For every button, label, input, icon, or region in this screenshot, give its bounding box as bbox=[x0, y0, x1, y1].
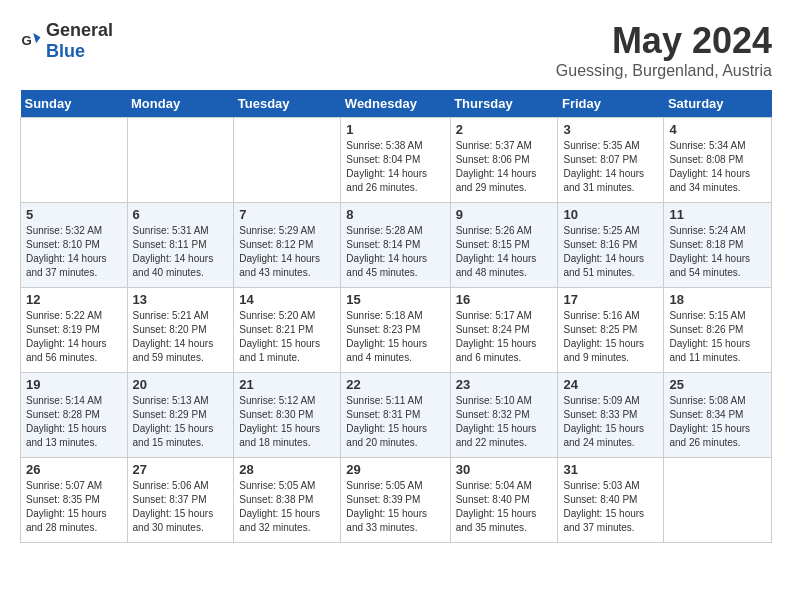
day-info: Sunrise: 5:03 AM Sunset: 8:40 PM Dayligh… bbox=[563, 479, 658, 535]
day-number: 28 bbox=[239, 462, 335, 477]
day-info: Sunrise: 5:11 AM Sunset: 8:31 PM Dayligh… bbox=[346, 394, 444, 450]
calendar-cell: 19Sunrise: 5:14 AM Sunset: 8:28 PM Dayli… bbox=[21, 373, 128, 458]
calendar-cell: 28Sunrise: 5:05 AM Sunset: 8:38 PM Dayli… bbox=[234, 458, 341, 543]
page-header: G General Blue May 2024 Guessing, Burgen… bbox=[20, 20, 772, 80]
calendar-cell: 27Sunrise: 5:06 AM Sunset: 8:37 PM Dayli… bbox=[127, 458, 234, 543]
calendar-cell: 2Sunrise: 5:37 AM Sunset: 8:06 PM Daylig… bbox=[450, 118, 558, 203]
day-info: Sunrise: 5:07 AM Sunset: 8:35 PM Dayligh… bbox=[26, 479, 122, 535]
calendar-cell: 25Sunrise: 5:08 AM Sunset: 8:34 PM Dayli… bbox=[664, 373, 772, 458]
calendar-cell: 31Sunrise: 5:03 AM Sunset: 8:40 PM Dayli… bbox=[558, 458, 664, 543]
calendar-week-row: 26Sunrise: 5:07 AM Sunset: 8:35 PM Dayli… bbox=[21, 458, 772, 543]
calendar-cell: 11Sunrise: 5:24 AM Sunset: 8:18 PM Dayli… bbox=[664, 203, 772, 288]
day-number: 19 bbox=[26, 377, 122, 392]
day-number: 13 bbox=[133, 292, 229, 307]
day-number: 2 bbox=[456, 122, 553, 137]
day-number: 22 bbox=[346, 377, 444, 392]
calendar-cell: 5Sunrise: 5:32 AM Sunset: 8:10 PM Daylig… bbox=[21, 203, 128, 288]
day-info: Sunrise: 5:08 AM Sunset: 8:34 PM Dayligh… bbox=[669, 394, 766, 450]
day-number: 10 bbox=[563, 207, 658, 222]
calendar-cell: 6Sunrise: 5:31 AM Sunset: 8:11 PM Daylig… bbox=[127, 203, 234, 288]
calendar-week-row: 5Sunrise: 5:32 AM Sunset: 8:10 PM Daylig… bbox=[21, 203, 772, 288]
calendar-cell: 18Sunrise: 5:15 AM Sunset: 8:26 PM Dayli… bbox=[664, 288, 772, 373]
day-info: Sunrise: 5:26 AM Sunset: 8:15 PM Dayligh… bbox=[456, 224, 553, 280]
logo-general: General bbox=[46, 20, 113, 40]
title-block: May 2024 Guessing, Burgenland, Austria bbox=[556, 20, 772, 80]
calendar-cell: 23Sunrise: 5:10 AM Sunset: 8:32 PM Dayli… bbox=[450, 373, 558, 458]
day-number: 24 bbox=[563, 377, 658, 392]
day-number: 9 bbox=[456, 207, 553, 222]
day-info: Sunrise: 5:15 AM Sunset: 8:26 PM Dayligh… bbox=[669, 309, 766, 365]
calendar-cell: 4Sunrise: 5:34 AM Sunset: 8:08 PM Daylig… bbox=[664, 118, 772, 203]
day-info: Sunrise: 5:32 AM Sunset: 8:10 PM Dayligh… bbox=[26, 224, 122, 280]
calendar-cell: 3Sunrise: 5:35 AM Sunset: 8:07 PM Daylig… bbox=[558, 118, 664, 203]
calendar-cell: 8Sunrise: 5:28 AM Sunset: 8:14 PM Daylig… bbox=[341, 203, 450, 288]
calendar-week-row: 19Sunrise: 5:14 AM Sunset: 8:28 PM Dayli… bbox=[21, 373, 772, 458]
day-number: 14 bbox=[239, 292, 335, 307]
day-number: 5 bbox=[26, 207, 122, 222]
day-number: 3 bbox=[563, 122, 658, 137]
day-info: Sunrise: 5:17 AM Sunset: 8:24 PM Dayligh… bbox=[456, 309, 553, 365]
day-info: Sunrise: 5:20 AM Sunset: 8:21 PM Dayligh… bbox=[239, 309, 335, 365]
weekday-header-friday: Friday bbox=[558, 90, 664, 118]
calendar-cell: 7Sunrise: 5:29 AM Sunset: 8:12 PM Daylig… bbox=[234, 203, 341, 288]
day-info: Sunrise: 5:37 AM Sunset: 8:06 PM Dayligh… bbox=[456, 139, 553, 195]
day-info: Sunrise: 5:34 AM Sunset: 8:08 PM Dayligh… bbox=[669, 139, 766, 195]
day-number: 18 bbox=[669, 292, 766, 307]
day-number: 21 bbox=[239, 377, 335, 392]
day-info: Sunrise: 5:18 AM Sunset: 8:23 PM Dayligh… bbox=[346, 309, 444, 365]
day-info: Sunrise: 5:24 AM Sunset: 8:18 PM Dayligh… bbox=[669, 224, 766, 280]
calendar-week-row: 12Sunrise: 5:22 AM Sunset: 8:19 PM Dayli… bbox=[21, 288, 772, 373]
calendar-cell: 24Sunrise: 5:09 AM Sunset: 8:33 PM Dayli… bbox=[558, 373, 664, 458]
calendar-cell: 22Sunrise: 5:11 AM Sunset: 8:31 PM Dayli… bbox=[341, 373, 450, 458]
day-info: Sunrise: 5:06 AM Sunset: 8:37 PM Dayligh… bbox=[133, 479, 229, 535]
day-info: Sunrise: 5:22 AM Sunset: 8:19 PM Dayligh… bbox=[26, 309, 122, 365]
day-info: Sunrise: 5:04 AM Sunset: 8:40 PM Dayligh… bbox=[456, 479, 553, 535]
day-number: 15 bbox=[346, 292, 444, 307]
calendar-cell: 12Sunrise: 5:22 AM Sunset: 8:19 PM Dayli… bbox=[21, 288, 128, 373]
day-number: 23 bbox=[456, 377, 553, 392]
calendar-cell: 26Sunrise: 5:07 AM Sunset: 8:35 PM Dayli… bbox=[21, 458, 128, 543]
calendar-cell: 15Sunrise: 5:18 AM Sunset: 8:23 PM Dayli… bbox=[341, 288, 450, 373]
day-number: 27 bbox=[133, 462, 229, 477]
day-info: Sunrise: 5:38 AM Sunset: 8:04 PM Dayligh… bbox=[346, 139, 444, 195]
day-info: Sunrise: 5:10 AM Sunset: 8:32 PM Dayligh… bbox=[456, 394, 553, 450]
day-number: 25 bbox=[669, 377, 766, 392]
calendar-cell bbox=[664, 458, 772, 543]
weekday-header-sunday: Sunday bbox=[21, 90, 128, 118]
weekday-header-monday: Monday bbox=[127, 90, 234, 118]
weekday-header-wednesday: Wednesday bbox=[341, 90, 450, 118]
calendar-cell: 13Sunrise: 5:21 AM Sunset: 8:20 PM Dayli… bbox=[127, 288, 234, 373]
weekday-header-tuesday: Tuesday bbox=[234, 90, 341, 118]
day-info: Sunrise: 5:28 AM Sunset: 8:14 PM Dayligh… bbox=[346, 224, 444, 280]
weekday-header-thursday: Thursday bbox=[450, 90, 558, 118]
location-subtitle: Guessing, Burgenland, Austria bbox=[556, 62, 772, 80]
day-number: 29 bbox=[346, 462, 444, 477]
calendar-cell bbox=[21, 118, 128, 203]
weekday-header-row: SundayMondayTuesdayWednesdayThursdayFrid… bbox=[21, 90, 772, 118]
day-number: 11 bbox=[669, 207, 766, 222]
calendar-cell: 30Sunrise: 5:04 AM Sunset: 8:40 PM Dayli… bbox=[450, 458, 558, 543]
day-info: Sunrise: 5:09 AM Sunset: 8:33 PM Dayligh… bbox=[563, 394, 658, 450]
calendar-cell: 9Sunrise: 5:26 AM Sunset: 8:15 PM Daylig… bbox=[450, 203, 558, 288]
calendar-cell: 21Sunrise: 5:12 AM Sunset: 8:30 PM Dayli… bbox=[234, 373, 341, 458]
logo-icon: G bbox=[20, 30, 42, 52]
calendar-cell: 17Sunrise: 5:16 AM Sunset: 8:25 PM Dayli… bbox=[558, 288, 664, 373]
logo-blue: Blue bbox=[46, 41, 85, 61]
day-number: 16 bbox=[456, 292, 553, 307]
calendar-cell: 10Sunrise: 5:25 AM Sunset: 8:16 PM Dayli… bbox=[558, 203, 664, 288]
day-number: 1 bbox=[346, 122, 444, 137]
weekday-header-saturday: Saturday bbox=[664, 90, 772, 118]
calendar-cell bbox=[234, 118, 341, 203]
calendar-cell: 14Sunrise: 5:20 AM Sunset: 8:21 PM Dayli… bbox=[234, 288, 341, 373]
calendar-cell: 1Sunrise: 5:38 AM Sunset: 8:04 PM Daylig… bbox=[341, 118, 450, 203]
calendar-cell: 16Sunrise: 5:17 AM Sunset: 8:24 PM Dayli… bbox=[450, 288, 558, 373]
logo: G General Blue bbox=[20, 20, 113, 62]
day-info: Sunrise: 5:16 AM Sunset: 8:25 PM Dayligh… bbox=[563, 309, 658, 365]
day-info: Sunrise: 5:12 AM Sunset: 8:30 PM Dayligh… bbox=[239, 394, 335, 450]
day-number: 26 bbox=[26, 462, 122, 477]
day-info: Sunrise: 5:35 AM Sunset: 8:07 PM Dayligh… bbox=[563, 139, 658, 195]
day-number: 30 bbox=[456, 462, 553, 477]
month-year-title: May 2024 bbox=[556, 20, 772, 62]
day-number: 4 bbox=[669, 122, 766, 137]
day-info: Sunrise: 5:31 AM Sunset: 8:11 PM Dayligh… bbox=[133, 224, 229, 280]
